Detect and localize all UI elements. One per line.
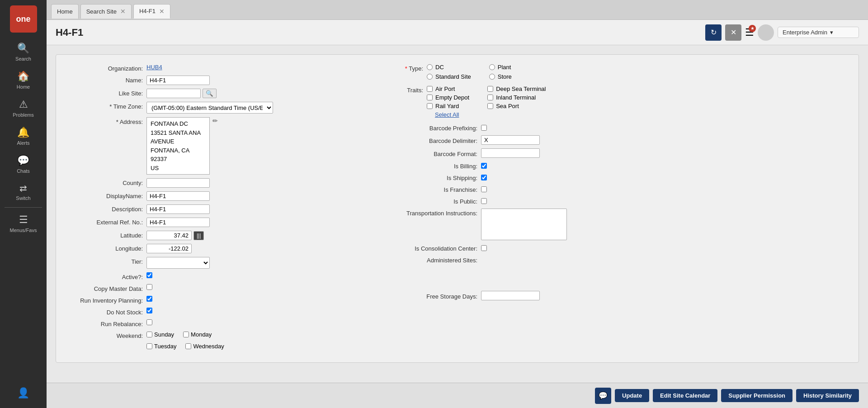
external-ref-label: External Ref. No.: xyxy=(70,218,146,226)
tab-search-site[interactable]: Search Site ✕ xyxy=(80,4,132,19)
active-checkbox[interactable] xyxy=(146,272,152,278)
edit-site-calendar-button[interactable]: Edit Site Calendar xyxy=(653,389,717,402)
sidebar-item-problems[interactable]: ⚠ Problems xyxy=(0,94,47,122)
traits-row: Traits: Air Port Empty Depot R xyxy=(400,85,845,118)
external-ref-row: External Ref. No.: xyxy=(70,218,386,227)
monday-label: Monday xyxy=(183,331,212,338)
trait-empty-depot-text: Empty Depot xyxy=(435,94,469,101)
transport-textarea[interactable] xyxy=(481,209,567,240)
weekend-label: Weekend: xyxy=(70,331,146,339)
description-input[interactable] xyxy=(146,204,210,214)
free-storage-row: Free Storage Days: xyxy=(400,291,845,300)
tab-home[interactable]: Home xyxy=(51,4,79,19)
sidebar-item-chats[interactable]: 💬 Chats xyxy=(0,150,47,178)
sidebar-item-search[interactable]: 🔍 Search xyxy=(0,38,47,66)
sidebar-item-home[interactable]: 🏠 Home xyxy=(0,66,47,94)
sidebar-item-menus[interactable]: ☰ Menus/Favs xyxy=(0,209,47,237)
form-columns: Organization: HUB4 Name: Like Site: 🔍 xyxy=(70,64,845,353)
trait-airport-checkbox[interactable] xyxy=(427,86,433,92)
tuesday-label: Tuesday xyxy=(146,343,176,350)
do-not-stock-row: Do Not Stock: xyxy=(70,308,386,316)
longitude-input[interactable] xyxy=(146,244,192,253)
trait-empty-depot-checkbox[interactable] xyxy=(427,95,433,100)
sunday-checkbox[interactable] xyxy=(146,332,152,337)
county-input[interactable] xyxy=(146,178,210,188)
barcode-format-input[interactable] xyxy=(481,148,540,158)
sidebar-item-alerts[interactable]: 🔔 Alerts xyxy=(0,122,47,150)
tuesday-checkbox[interactable] xyxy=(146,343,152,349)
barcode-prefixing-label: Barcode Prefixing: xyxy=(400,123,481,132)
external-ref-input[interactable] xyxy=(146,218,210,227)
copy-master-row: Copy Master Data: xyxy=(70,284,386,292)
address-edit-icon[interactable]: ✏ xyxy=(212,117,218,124)
wednesday-label: Wednesday xyxy=(185,343,224,350)
name-input[interactable] xyxy=(146,76,210,85)
latitude-label: Latitude: xyxy=(70,231,146,239)
close-button[interactable]: ✕ xyxy=(725,24,741,41)
footer-bar: 💬 Update Edit Site Calendar Supplier Per… xyxy=(47,383,868,408)
trait-deep-sea-text: Deep Sea Terminal xyxy=(496,85,546,92)
active-label: Active?: xyxy=(70,272,146,280)
sidebar-item-switch[interactable]: ⇄ Switch xyxy=(0,178,47,205)
trait-sea-port-checkbox[interactable] xyxy=(487,103,493,109)
free-storage-input[interactable] xyxy=(481,291,540,300)
app-logo: one xyxy=(10,5,37,33)
is-franchise-checkbox[interactable] xyxy=(481,186,487,192)
like-site-search-button[interactable]: 🔍 xyxy=(203,89,217,98)
type-plant-radio[interactable] xyxy=(489,64,495,70)
name-row: Name: xyxy=(70,76,386,85)
like-site-input[interactable] xyxy=(146,89,201,98)
organization-link[interactable]: HUB4 xyxy=(146,64,162,71)
consolidation-checkbox[interactable] xyxy=(481,245,487,251)
supplier-permission-button[interactable]: Supplier Permission xyxy=(721,389,793,402)
copy-master-checkbox[interactable] xyxy=(146,284,152,290)
address-row: * Address: FONTANA DC 13521 SANTA ANA AV… xyxy=(70,117,386,175)
trait-deep-sea-label: Deep Sea Terminal xyxy=(487,85,546,92)
history-similarity-button[interactable]: History Similarity xyxy=(796,389,859,402)
barcode-delimiter-input[interactable] xyxy=(481,135,540,145)
trait-inland-terminal-checkbox[interactable] xyxy=(487,95,493,100)
is-shipping-checkbox[interactable] xyxy=(481,175,487,180)
wednesday-checkbox[interactable] xyxy=(185,343,191,349)
bell-icon: 🔔 xyxy=(17,127,29,138)
type-store-radio[interactable] xyxy=(489,74,495,80)
latitude-input[interactable] xyxy=(146,231,192,240)
is-public-checkbox[interactable] xyxy=(481,198,487,204)
select-all-link[interactable]: Select All xyxy=(427,111,469,118)
like-site-row: Like Site: 🔍 xyxy=(70,89,386,98)
tab-h4f1[interactable]: H4-F1 ✕ xyxy=(133,4,170,19)
type-row: Type: DC Standard Site xyxy=(400,64,845,80)
barcode-prefixing-checkbox[interactable] xyxy=(481,125,487,131)
traits-label: Traits: xyxy=(400,85,427,94)
type-standard-radio[interactable] xyxy=(427,74,433,80)
monday-checkbox[interactable] xyxy=(183,332,189,337)
trait-deep-sea-checkbox[interactable] xyxy=(487,86,493,92)
map-icon-button[interactable]: ||| xyxy=(193,231,204,240)
description-row: Description: xyxy=(70,204,386,214)
display-name-input[interactable] xyxy=(146,191,210,201)
timezone-select[interactable]: (GMT-05:00) Eastern Standard Time (US/Ea… xyxy=(146,102,273,114)
sidebar-item-user-avatar[interactable]: 👤 xyxy=(0,383,47,403)
tier-select[interactable] xyxy=(146,257,210,269)
trait-rail-yard-checkbox[interactable] xyxy=(427,103,433,109)
sidebar-item-label: Chats xyxy=(17,168,30,174)
user-dropdown[interactable]: Enterprise Admin ▾ xyxy=(778,27,859,38)
comment-button[interactable]: 💬 xyxy=(595,388,611,404)
run-rebalance-checkbox[interactable] xyxy=(146,319,152,325)
update-button[interactable]: Update xyxy=(615,389,649,402)
sidebar: one 🔍 Search 🏠 Home ⚠ Problems 🔔 Alerts … xyxy=(0,0,47,408)
home-icon: 🏠 xyxy=(17,71,29,82)
notification-badge: ★ xyxy=(749,25,756,32)
free-storage-label: Free Storage Days: xyxy=(400,292,481,300)
barcode-delimiter-row: Barcode Delimiter: xyxy=(400,135,845,145)
run-inventory-checkbox[interactable] xyxy=(146,296,152,302)
tab-h4f1-close[interactable]: ✕ xyxy=(159,8,165,15)
timezone-label: * Time Zone: xyxy=(70,102,146,110)
is-billing-checkbox[interactable] xyxy=(481,163,487,169)
type-dc-radio[interactable] xyxy=(427,64,433,70)
tab-search-site-close[interactable]: ✕ xyxy=(120,8,126,15)
do-not-stock-checkbox[interactable] xyxy=(146,308,152,313)
type-dc-text: DC xyxy=(435,64,444,71)
notifications-bell[interactable]: ☰ ★ xyxy=(745,27,754,38)
refresh-button[interactable]: ↻ xyxy=(705,24,722,41)
